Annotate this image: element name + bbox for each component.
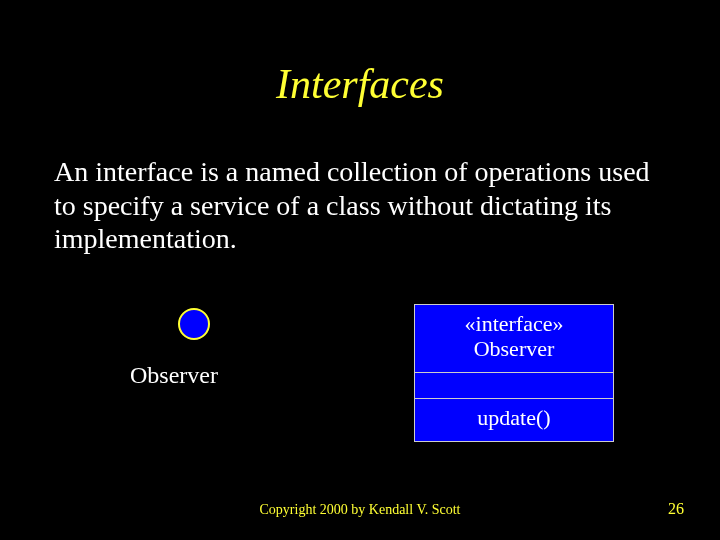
slide: Interfaces An interface is a named colle… xyxy=(0,0,720,540)
lollipop-label: Observer xyxy=(130,362,218,389)
uml-operation: update() xyxy=(415,399,613,441)
uml-attributes-compartment xyxy=(415,373,613,399)
uml-stereotype: «interface» xyxy=(419,311,609,336)
uml-name: Observer xyxy=(419,336,609,361)
uml-interface-box: «interface» Observer update() xyxy=(414,304,614,442)
uml-header: «interface» Observer xyxy=(415,305,613,373)
page-number: 26 xyxy=(668,500,684,518)
slide-title: Interfaces xyxy=(0,60,720,108)
interface-lollipop-icon xyxy=(178,308,210,340)
slide-body-text: An interface is a named collection of op… xyxy=(54,155,664,256)
copyright-footer: Copyright 2000 by Kendall V. Scott xyxy=(0,502,720,518)
